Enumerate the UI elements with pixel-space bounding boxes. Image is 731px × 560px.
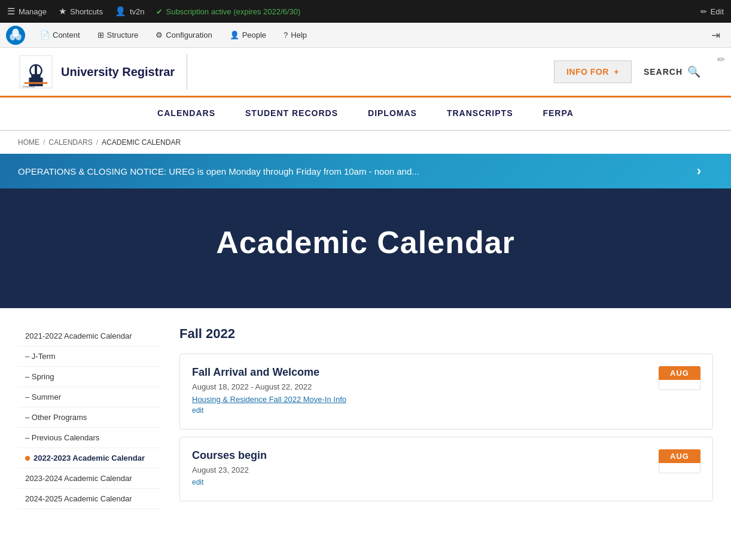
admin-bar: ☰ Manage ★ Shortcuts 👤 tv2n ✔ Subscripti…: [0, 0, 731, 23]
svg-point-2: [16, 34, 22, 40]
svg-rect-8: [35, 65, 37, 76]
badge-day-2: [659, 463, 700, 473]
nav-student-records[interactable]: STUDENT RECORDS: [245, 98, 338, 130]
event-title-2: Courses begin: [192, 449, 267, 462]
date-badge-2: AUG: [659, 449, 700, 473]
event-link[interactable]: Housing & Residence Fall 2022 Move-In In…: [192, 395, 346, 404]
people-icon: 👤: [230, 31, 239, 39]
site-logo[interactable]: University of Virginia University Regist…: [18, 54, 187, 90]
event-date-2: August 23, 2022: [192, 465, 267, 474]
manage-button[interactable]: ☰ Manage: [7, 6, 47, 17]
event-edit-link[interactable]: edit: [192, 406, 346, 415]
uva-logo: University of Virginia: [18, 54, 54, 90]
breadcrumb-current: ACADEMIC CALENDAR: [102, 138, 181, 147]
structure-icon: ⊞: [98, 31, 104, 39]
search-icon: 🔍: [687, 65, 701, 78]
badge-month-2: AUG: [659, 449, 700, 463]
sidebar-item-2022-2023[interactable]: 2022-2023 Academic Calendar: [18, 448, 162, 468]
section-title: Fall 2022: [179, 326, 713, 342]
sidebar-item-previous-calendars[interactable]: – Previous Calendars: [18, 428, 162, 448]
nav-diplomas[interactable]: DIPLOMAS: [368, 98, 417, 130]
hero-section: Academic Calendar: [0, 188, 731, 308]
event-card-courses-begin: Courses begin August 23, 2022 edit AUG: [179, 437, 713, 501]
page-title: Academic Calendar: [18, 224, 713, 260]
event-edit-link-2[interactable]: edit: [192, 478, 267, 486]
drupal-logo[interactable]: [6, 26, 25, 45]
sidebar-item-other-programs[interactable]: – Other Programs: [18, 407, 162, 428]
pencil-icon: ✏: [700, 7, 707, 16]
info-for-button[interactable]: INFO FOR +: [554, 60, 632, 83]
edit-button[interactable]: ✏ Edit: [700, 7, 724, 16]
badge-day: [659, 380, 700, 390]
badge-month: AUG: [659, 366, 700, 380]
page-edit-button[interactable]: ✏: [717, 54, 725, 65]
content-area: 2021-2022 Academic Calendar – J-Term – S…: [0, 308, 731, 527]
user-button[interactable]: 👤 tv2n: [115, 6, 145, 17]
svg-text:University: University: [23, 85, 35, 88]
nav-transcripts[interactable]: TRANSCRIPTS: [447, 98, 513, 130]
breadcrumb-home[interactable]: HOME: [18, 138, 39, 147]
nav-structure[interactable]: ⊞ Structure: [90, 27, 146, 43]
event-date: August 18, 2022 - August 22, 2022: [192, 382, 346, 391]
header-right: INFO FOR + SEARCH 🔍: [554, 59, 713, 84]
sidebar-item-2023-2024[interactable]: 2023-2024 Academic Calendar: [18, 468, 162, 489]
site-title: University Registrar: [61, 65, 175, 79]
notice-arrow-icon: ›: [697, 163, 701, 179]
event-info: Fall Arrival and Welcome August 18, 2022…: [192, 366, 346, 417]
search-button[interactable]: SEARCH 🔍: [632, 59, 713, 84]
help-icon: ?: [284, 31, 288, 39]
nav-calendars[interactable]: CALENDARS: [157, 98, 215, 130]
nav-ferpa[interactable]: FERPA: [543, 98, 573, 130]
breadcrumb: HOME / CALENDARS / ACADEMIC CALENDAR: [0, 131, 731, 154]
breadcrumb-calendars[interactable]: CALENDARS: [48, 138, 92, 147]
nav-configuration[interactable]: ⚙ Configuration: [148, 27, 219, 43]
date-badge: AUG: [659, 366, 700, 390]
config-icon: ⚙: [156, 31, 163, 39]
nav-content[interactable]: 📄 Content: [33, 27, 87, 43]
event-title: Fall Arrival and Welcome: [192, 366, 346, 379]
event-info-2: Courses begin August 23, 2022 edit: [192, 449, 267, 489]
breadcrumb-sep-2: /: [96, 138, 98, 147]
menu-icon: ☰: [7, 6, 15, 17]
main-nav: CALENDARS STUDENT RECORDS DIPLOMAS TRANS…: [0, 98, 731, 131]
sidebar-item-2021-2022[interactable]: 2021-2022 Academic Calendar: [18, 326, 162, 346]
sidebar-item-summer[interactable]: – Summer: [18, 387, 162, 407]
nav-help[interactable]: ? Help: [276, 27, 314, 43]
sidebar-item-j-term[interactable]: – J-Term: [18, 346, 162, 367]
sidebar-item-2024-2025[interactable]: 2024-2025 Academic Calendar: [18, 489, 162, 509]
user-icon: 👤: [115, 6, 126, 17]
sidebar-item-spring[interactable]: – Spring: [18, 367, 162, 387]
svg-point-1: [10, 34, 16, 40]
shortcuts-button[interactable]: ★ Shortcuts: [59, 6, 103, 17]
event-card-fall-arrival: Fall Arrival and Welcome August 18, 2022…: [179, 354, 713, 430]
nav-collapse-button[interactable]: ⇥: [706, 26, 725, 44]
star-icon: ★: [59, 6, 66, 17]
content-icon: 📄: [40, 31, 50, 39]
site-header: University of Virginia University Regist…: [0, 48, 731, 98]
svg-rect-9: [25, 82, 48, 84]
sidebar: 2021-2022 Academic Calendar – J-Term – S…: [18, 326, 162, 509]
subscription-status: ✔ Subscription active (expires 2022/6/30…: [156, 7, 300, 16]
main-content: Fall 2022 Fall Arrival and Welcome Augus…: [179, 326, 713, 509]
notice-text: OPERATIONS & CLOSING NOTICE: UREG is ope…: [18, 166, 419, 176]
breadcrumb-sep-1: /: [43, 138, 45, 147]
nav-people[interactable]: 👤 People: [223, 27, 273, 43]
drupal-nav: 📄 Content ⊞ Structure ⚙ Configuration 👤 …: [0, 23, 731, 48]
check-icon: ✔: [156, 7, 163, 16]
notice-banner[interactable]: OPERATIONS & CLOSING NOTICE: UREG is ope…: [0, 154, 731, 188]
